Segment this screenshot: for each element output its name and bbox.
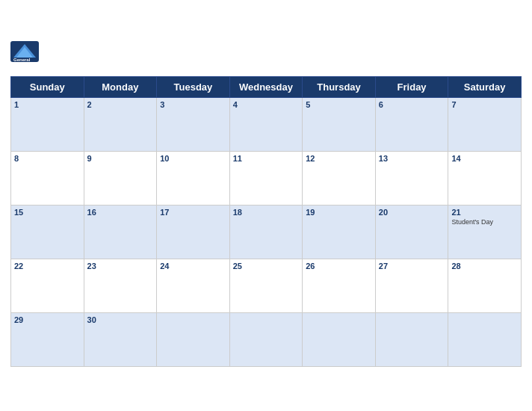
day-number: 14 — [451, 154, 518, 163]
calendar-cell: 23 — [84, 259, 157, 312]
day-number: 19 — [306, 208, 372, 217]
day-number: 18 — [233, 208, 300, 217]
logo-area: General — [10, 41, 39, 71]
day-number: 20 — [379, 208, 445, 217]
day-number: 12 — [306, 154, 372, 163]
calendar-cell: 27 — [375, 259, 448, 312]
calendar-cell: 18 — [229, 205, 303, 259]
day-number: 5 — [306, 100, 372, 109]
general-blue-logo-icon: General — [10, 41, 39, 62]
day-number: 24 — [160, 262, 226, 271]
calendar-cell: 25 — [229, 259, 303, 312]
calendar-cell: 8 — [11, 151, 84, 205]
day-number: 25 — [233, 262, 300, 271]
day-number: 8 — [14, 154, 81, 163]
calendar-cell: 13 — [375, 151, 448, 205]
day-number: 2 — [87, 100, 154, 109]
day-number: 26 — [306, 262, 372, 271]
calendar-cell: 17 — [157, 205, 230, 259]
calendar-cell: 21Student's Day — [448, 205, 522, 259]
day-number: 29 — [14, 315, 81, 324]
day-number: 23 — [87, 262, 154, 271]
weekday-wednesday: Wednesday — [229, 76, 303, 97]
day-number: 30 — [87, 315, 154, 324]
calendar-cell: 4 — [229, 97, 303, 151]
weekday-saturday: Saturday — [448, 76, 522, 97]
calendar-cell: 2 — [84, 97, 157, 151]
calendar-cell — [375, 312, 448, 366]
calendar-cell: 29 — [11, 312, 84, 366]
calendar-cell: 10 — [157, 151, 230, 205]
svg-text:General: General — [13, 58, 31, 62]
day-number: 1 — [14, 100, 81, 109]
calendar-cell — [229, 312, 303, 366]
calendar-cell: 14 — [448, 151, 522, 205]
day-number: 7 — [451, 100, 518, 109]
event-label: Student's Day — [451, 218, 518, 226]
day-number: 27 — [379, 262, 445, 271]
day-number: 10 — [160, 154, 226, 163]
day-number: 17 — [160, 208, 226, 217]
calendar-cell: 16 — [84, 205, 157, 259]
calendar-table: SundayMondayTuesdayWednesdayThursdayFrid… — [10, 76, 522, 367]
day-number: 4 — [233, 100, 300, 109]
day-number: 9 — [87, 154, 154, 163]
calendar-cell: 1 — [11, 97, 84, 151]
week-row-5: 2930 — [11, 312, 522, 366]
calendar-cell: 20 — [375, 205, 448, 259]
calendar-cell — [157, 312, 230, 366]
calendar-cell: 11 — [229, 151, 303, 205]
calendar-cell: 28 — [448, 259, 522, 312]
calendar-cell: 22 — [11, 259, 84, 312]
week-row-2: 891011121314 — [11, 151, 522, 205]
weekday-tuesday: Tuesday — [157, 76, 230, 97]
calendar-cell: 12 — [303, 151, 376, 205]
day-number: 21 — [451, 208, 518, 217]
weekday-thursday: Thursday — [303, 76, 376, 97]
calendar-cell: 24 — [157, 259, 230, 312]
weekday-sunday: Sunday — [11, 76, 84, 97]
calendar-cell: 5 — [303, 97, 376, 151]
day-number: 3 — [160, 100, 226, 109]
week-row-4: 22232425262728 — [11, 259, 522, 312]
calendar-container: General SundayMondayTuesdayWednesdayThur… — [0, 34, 532, 377]
calendar-cell: 7 — [448, 97, 522, 151]
calendar-cell — [448, 312, 522, 366]
weekday-header-row: SundayMondayTuesdayWednesdayThursdayFrid… — [11, 76, 522, 97]
week-row-3: 15161718192021Student's Day — [11, 205, 522, 259]
day-number: 6 — [379, 100, 445, 109]
calendar-header: General — [10, 41, 522, 71]
calendar-cell: 26 — [303, 259, 376, 312]
calendar-cell: 3 — [157, 97, 230, 151]
calendar-cell: 19 — [303, 205, 376, 259]
weekday-friday: Friday — [375, 76, 448, 97]
day-number: 15 — [14, 208, 81, 217]
calendar-cell — [303, 312, 376, 366]
day-number: 11 — [233, 154, 300, 163]
calendar-cell: 30 — [84, 312, 157, 366]
week-row-1: 1234567 — [11, 97, 522, 151]
day-number: 22 — [14, 262, 81, 271]
day-number: 16 — [87, 208, 154, 217]
day-number: 13 — [379, 154, 445, 163]
weekday-monday: Monday — [84, 76, 157, 97]
calendar-cell: 9 — [84, 151, 157, 205]
calendar-cell: 15 — [11, 205, 84, 259]
calendar-cell: 6 — [375, 97, 448, 151]
day-number: 28 — [451, 262, 518, 271]
